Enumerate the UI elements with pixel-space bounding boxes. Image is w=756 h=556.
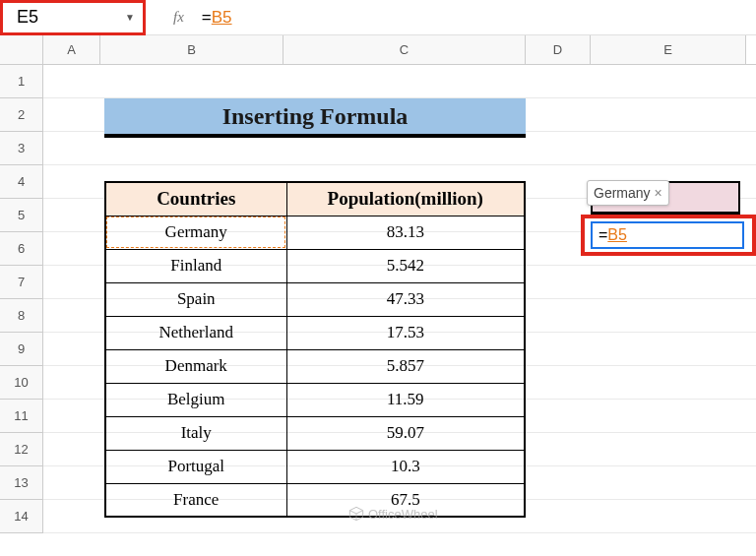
- cell-country[interactable]: Denmark: [105, 349, 286, 383]
- cell-country[interactable]: Spain: [105, 282, 286, 316]
- row-header[interactable]: 2: [0, 98, 43, 132]
- col-header-d[interactable]: D: [526, 35, 591, 64]
- table-row: Finland5.542: [105, 249, 525, 282]
- cell-pop[interactable]: 11.59: [286, 383, 525, 416]
- table-row: France67.5: [105, 483, 525, 517]
- row-header[interactable]: 12: [0, 433, 43, 466]
- formula-equals: =: [202, 8, 212, 27]
- row-header[interactable]: 1: [0, 65, 43, 98]
- row-header[interactable]: 9: [0, 333, 43, 366]
- cell-country[interactable]: France: [105, 483, 286, 517]
- col-header-e[interactable]: E: [591, 35, 746, 64]
- formula-preview-tooltip: Germany ×: [587, 180, 669, 206]
- table-row: Germany83.13: [105, 216, 525, 249]
- cell-pop[interactable]: 10.3: [286, 450, 525, 483]
- table-row: Spain47.33: [105, 282, 525, 316]
- col-population[interactable]: Population(million): [286, 182, 525, 216]
- cell-country[interactable]: Italy: [105, 416, 286, 450]
- table-row: Portugal10.3: [105, 450, 525, 483]
- watermark: OfficeWheel: [348, 506, 438, 522]
- logo-icon: [348, 506, 364, 522]
- row-header[interactable]: 14: [0, 500, 43, 533]
- row-header[interactable]: 7: [0, 266, 43, 299]
- row-header[interactable]: 13: [0, 466, 43, 500]
- row-header[interactable]: 10: [0, 366, 43, 400]
- row-header[interactable]: 6: [0, 232, 43, 266]
- cell-pop[interactable]: 59.07: [286, 416, 525, 450]
- cell-pop[interactable]: 17.53: [286, 316, 525, 349]
- cell-pop[interactable]: 5.857: [286, 349, 525, 383]
- active-cell-highlight: =B5: [581, 215, 756, 256]
- formula-reference: B5: [212, 8, 232, 27]
- cell-country[interactable]: Netherland: [105, 316, 286, 349]
- select-all-corner[interactable]: [0, 35, 43, 64]
- tooltip-text: Germany: [594, 185, 651, 201]
- cell-pop[interactable]: 47.33: [286, 282, 525, 316]
- cell-country[interactable]: Portugal: [105, 450, 286, 483]
- col-header-b[interactable]: B: [100, 35, 284, 64]
- name-box[interactable]: E5 ▼: [0, 0, 146, 35]
- fx-label: fx: [173, 9, 184, 26]
- cell-b5[interactable]: Germany: [105, 216, 286, 249]
- formula-bar: E5 ▼ fx =B5: [0, 0, 756, 35]
- cell-e5-editing[interactable]: =B5: [591, 221, 744, 249]
- row-header[interactable]: 5: [0, 199, 43, 232]
- cell-country[interactable]: Finland: [105, 249, 286, 282]
- table-row: Denmark5.857: [105, 349, 525, 383]
- row-header[interactable]: 8: [0, 299, 43, 333]
- col-header-c[interactable]: C: [284, 35, 526, 64]
- data-table: Countries Population(million) Germany83.…: [104, 181, 526, 518]
- row-header[interactable]: 4: [0, 165, 43, 199]
- table-row: Netherland17.53: [105, 316, 525, 349]
- row-headers: 1 2 3 4 5 6 7 8 9 10 11 12 13 14: [0, 65, 43, 533]
- col-header-a[interactable]: A: [43, 35, 100, 64]
- row-header[interactable]: 3: [0, 132, 43, 165]
- table-header-row: Countries Population(million): [105, 182, 525, 216]
- cell-pop[interactable]: 5.542: [286, 249, 525, 282]
- row-header[interactable]: 11: [0, 400, 43, 433]
- cells-area[interactable]: Inserting Formula Countries Population(m…: [43, 65, 756, 533]
- column-headers: A B C D E: [0, 35, 756, 65]
- close-icon[interactable]: ×: [655, 185, 662, 201]
- table-row: Belgium11.59: [105, 383, 525, 416]
- title-banner: Inserting Formula: [104, 98, 526, 138]
- table-row: Italy59.07: [105, 416, 525, 450]
- formula-bar-input[interactable]: =B5: [202, 8, 232, 28]
- grid-body: 1 2 3 4 5 6 7 8 9 10 11 12 13 14 Inserti…: [0, 65, 756, 533]
- col-countries[interactable]: Countries: [105, 182, 286, 216]
- name-box-value: E5: [17, 7, 38, 28]
- cell-c5[interactable]: 83.13: [286, 216, 525, 249]
- watermark-text: OfficeWheel: [368, 507, 438, 522]
- cell-equals: =: [598, 226, 607, 244]
- cell-country[interactable]: Belgium: [105, 383, 286, 416]
- caret-down-icon[interactable]: ▼: [125, 12, 135, 23]
- cell-reference: B5: [607, 226, 627, 244]
